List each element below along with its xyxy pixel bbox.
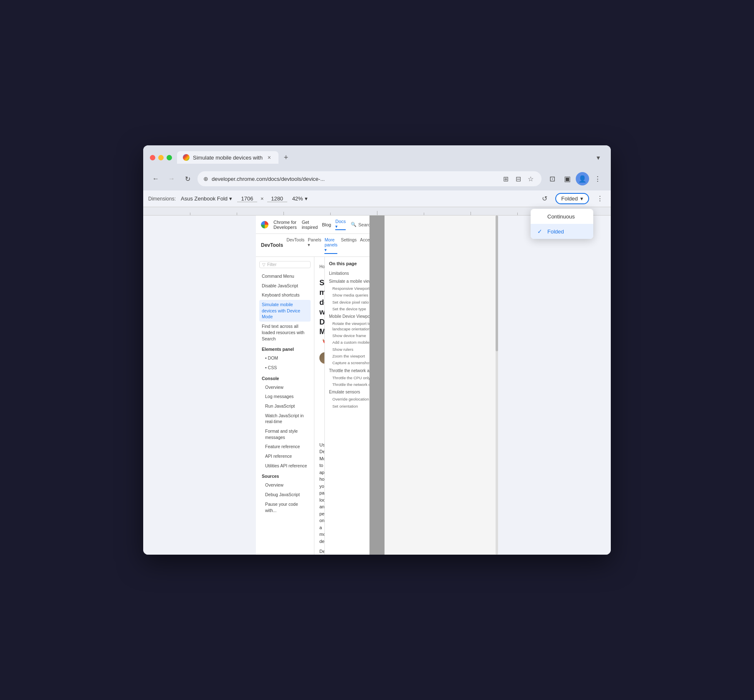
bookmark-icon[interactable]: ☆ [526, 174, 536, 184]
toc-show-device-frame[interactable]: Show device frame [329, 332, 369, 339]
fold-button-label: Folded [561, 195, 578, 202]
toc-simulate-mobile[interactable]: Simulate a mobile viewport [329, 277, 369, 285]
toc-throttle-network-cpu[interactable]: Throttle the network and CPU [329, 367, 369, 375]
sidebar-item-pause-code[interactable]: Pause your code with... [263, 500, 311, 515]
toc-device-pixel-ratio[interactable]: Set device pixel ratio [329, 299, 369, 306]
scrollbar-thumb[interactable] [496, 216, 498, 351]
sources-title: Sources [259, 470, 311, 480]
hide-icon[interactable]: ⊟ [513, 174, 523, 184]
toc-show-media-queries[interactable]: Show media queries [329, 292, 369, 299]
sidebar-item-command-menu[interactable]: Command Menu [259, 271, 311, 281]
reload-button[interactable]: ↻ [182, 173, 193, 185]
nav-get-inspired[interactable]: Get inspired [302, 220, 318, 230]
subnav-devtools[interactable]: DevTools [286, 236, 304, 254]
dimension-separator: × [261, 195, 264, 202]
search-label[interactable]: Search [358, 222, 369, 227]
zoom-selector[interactable]: 42% ▾ [292, 195, 308, 202]
active-tab[interactable]: Simulate mobile devices with × [177, 151, 278, 164]
article-content: Home › Docs › DevTools › More panels [314, 257, 324, 555]
sidebar-item-keyboard-shortcuts[interactable]: Keyboard shortcuts [259, 290, 311, 300]
author-kayce-avatar [319, 352, 324, 364]
toc-rotate-landscape[interactable]: Rotate the viewport to landscape orienta… [329, 320, 369, 332]
fold-option-folded[interactable]: ✓ Folded [531, 224, 593, 239]
nav-docs[interactable]: Docs ▾ [335, 219, 346, 230]
subnav-more-panels[interactable]: More panels ▾ [324, 236, 337, 254]
toc-throttle-cpu[interactable]: Throttle the CPU only [329, 375, 369, 381]
sidebar-item-simulate-mobile[interactable]: Simulate mobile devices with Device Mode [259, 300, 311, 322]
sidebar-item-disable-js[interactable]: Disable JavaScript [259, 281, 311, 291]
elements-panel-title: Elements panel [259, 343, 311, 353]
toc-emulate-sensors[interactable]: Emulate sensors [329, 388, 369, 396]
forward-button[interactable]: → [166, 173, 177, 185]
filter-box[interactable]: ▽ Filter [259, 261, 311, 268]
sidebar-item-dom[interactable]: • DOM [263, 353, 311, 363]
device-toolbar-wrapper: Dimensions: Asus Zenbook Fold ▾ × 42% ▾ … [143, 190, 611, 207]
width-input[interactable] [237, 195, 257, 202]
toc-limitations[interactable]: Limitations [329, 269, 369, 277]
sidebar-item-utilities-ref[interactable]: Utilities API reference [263, 461, 311, 471]
toc-mobile-viewport-mode[interactable]: Mobile Device Viewport Mode [329, 312, 369, 320]
rotate-icon[interactable]: ↺ [539, 193, 550, 205]
devtools-subnav: DevTools DevTools Panels ▾ More panels ▾… [256, 234, 369, 257]
nav-blog[interactable]: Blog [322, 222, 331, 227]
device-screen: Chrome for Developers Get inspired Blog … [256, 216, 498, 555]
toc-throttle-network[interactable]: Throttle the network only [329, 381, 369, 388]
sidebar-item-watch-js[interactable]: Watch JavaScript in real-time [263, 411, 311, 426]
sidebar-item-log-messages[interactable]: Log messages [263, 392, 311, 401]
sidebar-item-sources-overview[interactable]: Overview [263, 480, 311, 490]
sidebar-item-api-ref[interactable]: API reference [263, 451, 311, 461]
tab-favicon [183, 154, 190, 161]
subnav-settings[interactable]: Settings [341, 236, 357, 254]
toc-set-orientation[interactable]: Set orientation [329, 403, 369, 410]
toc-show-rulers[interactable]: Show rulers [329, 346, 369, 353]
toc-set-device-type[interactable]: Set the device type [329, 306, 369, 312]
subnav-panels[interactable]: Panels ▾ [308, 236, 321, 254]
fold-option-continuous[interactable]: Continuous [531, 209, 593, 224]
toc-zoom-viewport[interactable]: Zoom the viewport [329, 353, 369, 360]
title-bar: Simulate mobile devices with × + ▾ [143, 145, 611, 168]
breadcrumb-home[interactable]: Home [319, 264, 324, 269]
dimensions-label: Dimensions: [148, 196, 176, 202]
dev-page-content[interactable]: Chrome for Developers Get inspired Blog … [256, 216, 369, 555]
fold-button[interactable]: Folded ▾ [555, 193, 589, 204]
minimize-traffic-light[interactable] [158, 155, 164, 160]
sidebar-item-feature-ref[interactable]: Feature reference [263, 442, 311, 451]
close-traffic-light[interactable] [150, 155, 155, 160]
sidebar-item-debug-js[interactable]: Debug JavaScript [263, 490, 311, 500]
url-bar[interactable]: ⊕ developer.chrome.com/docs/devtools/dev… [197, 171, 541, 186]
page-frame: Chrome for Developers Get inspired Blog … [143, 216, 611, 555]
toc-capture-screenshot[interactable]: Capture a screenshot [329, 360, 369, 366]
profile-button[interactable]: 👤 [576, 172, 589, 185]
toc-override-geolocation[interactable]: Override geolocation [329, 396, 369, 403]
maximize-traffic-light[interactable] [167, 155, 172, 160]
extensions-icon[interactable]: ⊡ [546, 172, 559, 185]
tab-close-button[interactable]: × [266, 154, 273, 161]
height-input[interactable] [267, 195, 287, 202]
tab-dropdown-button[interactable]: ▾ [592, 152, 604, 163]
more-options-icon[interactable]: ⋮ [591, 172, 604, 185]
split-screen-icon[interactable]: ▣ [561, 172, 574, 185]
sidebar-item-format-msgs[interactable]: Format and style messages [263, 426, 311, 442]
chrome-logo [261, 221, 268, 228]
sidebar-item-run-js[interactable]: Run JavaScript [263, 401, 311, 411]
search-icon: 🔍 [351, 222, 357, 227]
back-button[interactable]: ← [150, 173, 162, 185]
devtools-label: DevTools [261, 242, 283, 248]
sidebar-item-css[interactable]: • CSS [263, 363, 311, 373]
sidebar-item-overview[interactable]: Overview [263, 383, 311, 392]
cast-icon[interactable]: ⊞ [501, 174, 511, 184]
toc-responsive-viewport[interactable]: Responsive Viewport Mode [329, 285, 369, 292]
toc-add-custom-device[interactable]: Add a custom mobile device [329, 339, 369, 346]
more-device-options-icon[interactable]: ⋮ [594, 193, 606, 205]
device-selector[interactable]: Asus Zenbook Fold ▾ [181, 195, 232, 202]
ruler-mark [330, 213, 331, 215]
device-dropdown-arrow: ▾ [229, 195, 232, 202]
scrollbar[interactable] [496, 216, 498, 555]
sidebar-item-find-text[interactable]: Find text across all loaded resources wi… [259, 322, 311, 343]
ruler-mark [283, 212, 284, 215]
new-tab-button[interactable]: + [280, 152, 292, 163]
right-page-scroll [385, 216, 498, 555]
subnav-accessibility[interactable]: Accessibility [360, 236, 369, 254]
dev-page-right[interactable] [385, 216, 498, 555]
breadcrumb: Home › Docs › DevTools › More panels [319, 262, 324, 271]
